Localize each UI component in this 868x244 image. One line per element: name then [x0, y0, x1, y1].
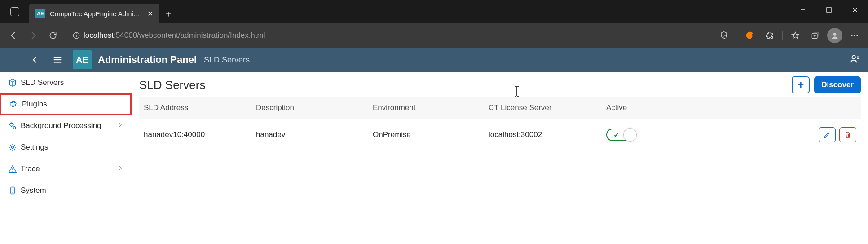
cell-sld-address: hanadev10:40000 — [139, 122, 251, 147]
add-button[interactable]: + — [792, 76, 810, 93]
sidebar-item-background-processing[interactable]: Background Processing — [0, 115, 132, 137]
delete-button[interactable] — [839, 127, 856, 142]
app-logo: AE — [73, 50, 92, 69]
address-bar[interactable]: localhost:54000/webcontent/administratio… — [66, 27, 736, 44]
chevron-right-icon — [117, 164, 123, 173]
cell-environment: OnPremise — [368, 122, 484, 147]
nav-refresh-button[interactable] — [43, 26, 63, 45]
sidebar: SLD Servers Plugins Background Processin… — [0, 72, 132, 244]
sidebar-item-sld-servers[interactable]: SLD Servers — [0, 72, 132, 93]
svg-point-12 — [833, 33, 837, 36]
pencil-icon — [823, 131, 831, 139]
active-toggle[interactable]: ✓ — [606, 128, 638, 142]
app-back-button[interactable] — [28, 56, 42, 64]
column-active[interactable]: Active — [602, 97, 665, 119]
nav-forward-button[interactable] — [23, 26, 43, 45]
svg-point-26 — [12, 171, 13, 172]
gears-icon — [8, 121, 21, 130]
app-title: Administration Panel — [98, 54, 197, 66]
nav-back-button[interactable] — [4, 26, 23, 45]
edit-button[interactable] — [819, 127, 836, 142]
browser-tab[interactable]: AE CompuTec AppEngine Administr ✕ — [29, 4, 159, 23]
app-header: AE Administration Panel SLD Servers — [0, 48, 868, 72]
sidebar-item-label: Trace — [21, 164, 117, 173]
sld-servers-table: SLD Address Description Environment CT L… — [139, 97, 861, 151]
column-ct-license-server[interactable]: CT License Server — [484, 97, 602, 119]
main-content: SLD Servers + Discover SLD Address Descr… — [132, 72, 868, 244]
window-close-button[interactable] — [842, 0, 868, 20]
svg-point-23 — [13, 127, 16, 129]
svg-point-24 — [12, 146, 14, 149]
warning-icon — [8, 164, 21, 173]
device-icon — [8, 186, 21, 195]
sidebar-item-label: System — [21, 186, 123, 195]
cube-icon — [8, 78, 21, 87]
panel-expand-handle[interactable] — [469, 240, 532, 243]
svg-point-15 — [856, 35, 858, 36]
trash-icon — [844, 131, 852, 139]
sidebar-item-settings[interactable]: Settings — [0, 137, 132, 158]
extensions-icon[interactable] — [760, 26, 780, 45]
profile-avatar[interactable] — [825, 26, 845, 45]
site-info-icon[interactable] — [69, 28, 84, 43]
svg-point-13 — [851, 35, 853, 36]
sidebar-item-label: Background Processing — [21, 121, 117, 130]
discover-button[interactable]: Discover — [814, 76, 861, 93]
window-maximize-button[interactable] — [816, 0, 842, 20]
firefox-icon[interactable] — [740, 26, 760, 45]
sidebar-item-label: SLD Servers — [21, 78, 123, 87]
toggle-knob — [623, 128, 637, 142]
sidebar-item-plugins[interactable]: Plugins — [0, 93, 132, 115]
column-environment[interactable]: Environment — [368, 97, 484, 119]
column-sld-address[interactable]: SLD Address — [139, 97, 251, 119]
column-description[interactable]: Description — [251, 97, 368, 119]
user-menu-icon[interactable] — [850, 54, 860, 66]
page-title: SLD Servers — [139, 78, 205, 92]
tab-close-icon[interactable]: ✕ — [147, 9, 153, 18]
svg-point-7 — [724, 36, 726, 38]
sidebar-item-label: Plugins — [22, 100, 122, 109]
cell-description: hanadev — [251, 122, 368, 147]
gear-icon — [8, 143, 21, 152]
window-minimize-button[interactable] — [790, 0, 816, 20]
svg-point-14 — [854, 35, 855, 36]
collections-icon[interactable] — [805, 26, 825, 45]
more-menu-icon[interactable] — [845, 26, 864, 45]
sidebar-item-label: Settings — [21, 143, 123, 152]
sidebar-item-trace[interactable]: Trace — [0, 158, 132, 180]
new-tab-button[interactable]: ＋ — [159, 4, 177, 23]
address-url: localhost:54000/webcontent/administratio… — [84, 31, 714, 40]
svg-rect-1 — [827, 8, 831, 12]
puzzle-icon — [9, 100, 22, 109]
svg-point-28 — [12, 192, 13, 193]
svg-point-22 — [10, 123, 13, 126]
sidebar-item-system[interactable]: System — [0, 180, 132, 201]
browser-titlebar: AE CompuTec AppEngine Administr ✕ ＋ — [0, 0, 868, 23]
tracking-prevention-icon[interactable] — [714, 26, 734, 45]
breadcrumb: SLD Servers — [204, 55, 250, 65]
hamburger-menu-icon[interactable] — [50, 55, 65, 65]
table-header: SLD Address Description Environment CT L… — [139, 97, 861, 119]
cell-ct-license-server: localhost:30002 — [484, 122, 602, 147]
toolbar-divider — [782, 31, 783, 40]
svg-point-19 — [852, 56, 855, 59]
chevron-right-icon — [117, 121, 123, 130]
table-row[interactable]: hanadev10:40000 hanadev OnPremise localh… — [139, 119, 861, 151]
tab-favicon: AE — [35, 9, 45, 18]
svg-point-6 — [76, 33, 77, 34]
browser-toolbar: localhost:54000/webcontent/administratio… — [0, 23, 868, 48]
tab-actions-button[interactable] — [0, 0, 29, 23]
favorites-icon[interactable] — [785, 26, 805, 45]
tab-title: CompuTec AppEngine Administr — [50, 10, 143, 18]
